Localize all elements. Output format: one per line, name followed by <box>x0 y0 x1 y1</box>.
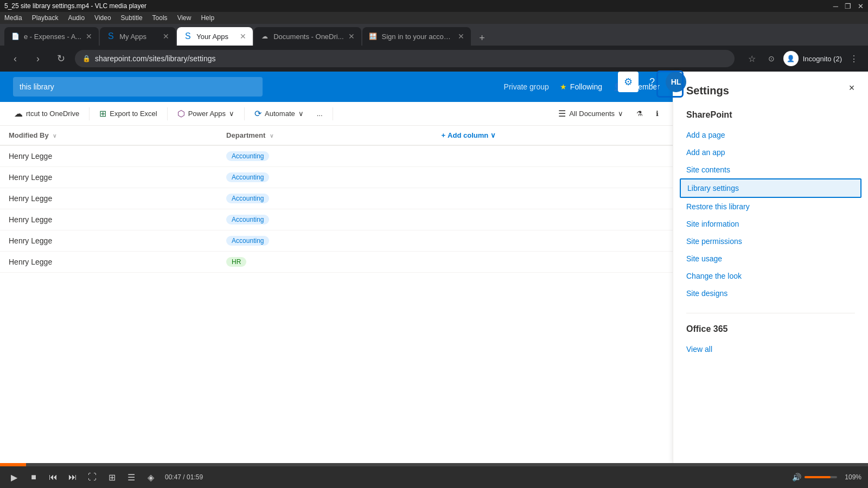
vlc-menu-video[interactable]: Video <box>94 14 111 22</box>
menu-button[interactable]: ⋮ <box>846 51 861 66</box>
search-bar[interactable]: this library <box>13 77 263 97</box>
cell-department-5: Accounting <box>218 230 432 252</box>
automate-chevron: ∨ <box>298 110 304 118</box>
all-documents-button[interactable]: ☰ All Documents ∨ <box>553 106 629 121</box>
tab-signin[interactable]: 🪟 Sign in to your accou... ✕ <box>362 27 471 46</box>
department-label: Department <box>226 131 265 139</box>
tab-close-onedrive[interactable]: ✕ <box>348 32 355 41</box>
settings-gear-button[interactable]: ⚙ <box>618 72 639 92</box>
search-text: this library <box>20 82 54 91</box>
export-to-excel-button[interactable]: ⊞ Export to Excel <box>94 106 162 121</box>
library-settings-link[interactable]: Library settings <box>680 178 861 198</box>
cell-department-6: HR <box>218 252 432 273</box>
hr-badge-1: HR <box>226 257 246 267</box>
col-modified-by[interactable]: Modified By ∨ <box>0 126 218 145</box>
vlc-menu-subtitle[interactable]: Subtitle <box>121 14 143 22</box>
accounting-badge-3: Accounting <box>226 194 269 203</box>
incognito-label[interactable]: Incognito (2) <box>803 55 842 63</box>
powerapps-chevron: ∨ <box>229 110 234 118</box>
forward-button[interactable]: › <box>29 50 47 67</box>
filter-button[interactable]: ⚗ <box>631 107 648 120</box>
group-label: Private group <box>504 82 549 91</box>
document-table: Modified By ∨ Department ∨ + Add column … <box>0 126 673 273</box>
cast-button[interactable]: ⊙ <box>764 51 779 66</box>
new-tab-button[interactable]: + <box>474 30 490 46</box>
vlc-close-btn[interactable]: ✕ <box>858 2 864 10</box>
address-bar[interactable]: 🔒 sharepoint.com/sites/library/settings <box>75 50 735 67</box>
vlc-play-button[interactable]: ▶ <box>7 470 22 485</box>
vlc-menu-media[interactable]: Media <box>4 14 22 22</box>
vlc-volume-bar[interactable] <box>805 476 837 478</box>
vlc-time-display: 00:47 / 01:59 <box>165 473 203 481</box>
view-all-link[interactable]: View all <box>686 341 855 358</box>
tab-close-yourapps[interactable]: ✕ <box>240 32 246 41</box>
following-button[interactable]: ★ Following <box>560 82 602 91</box>
vlc-menu-help[interactable]: Help <box>201 14 214 22</box>
change-look-link[interactable]: Change the look <box>686 267 855 285</box>
settings-close-button[interactable]: × <box>844 80 859 95</box>
user-avatar[interactable]: HL <box>666 72 686 92</box>
site-header: this library Private group ★ Following 👤… <box>0 72 673 102</box>
help-button[interactable]: ? <box>642 72 662 92</box>
vlc-fullscreen-button[interactable]: ⛶ <box>85 470 100 485</box>
vlc-effects-button[interactable]: ◈ <box>143 470 158 485</box>
toolbar-separator-3 <box>244 107 245 120</box>
info-button[interactable]: ℹ <box>650 107 664 120</box>
vlc-menu-audio[interactable]: Audio <box>68 14 85 22</box>
add-app-link[interactable]: Add an app <box>686 144 855 161</box>
tab-myapps[interactable]: S My Apps ✕ <box>100 27 176 46</box>
tab-label-onedrive: Documents - OneDri... <box>273 33 343 41</box>
back-button[interactable]: ‹ <box>7 50 24 67</box>
powerapps-label: Power Apps <box>188 110 226 118</box>
tab-close-signin[interactable]: ✕ <box>458 32 464 41</box>
tab-onedrive[interactable]: ☁ Documents - OneDri... ✕ <box>254 27 361 46</box>
vlc-next-button[interactable]: ⏭ <box>65 470 80 485</box>
site-information-link[interactable]: Site information <box>686 215 855 233</box>
sharepoint-section-title: SharePoint <box>686 110 855 120</box>
vlc-extended-button[interactable]: ⊞ <box>104 470 119 485</box>
vlc-menu-view[interactable]: View <box>177 14 192 22</box>
restore-library-link[interactable]: Restore this library <box>686 198 855 215</box>
site-contents-link[interactable]: Site contents <box>686 161 855 178</box>
automate-button[interactable]: ⟳ Automate ∨ <box>249 106 309 121</box>
shortcut-to-onedrive-button[interactable]: ☁ rtcut to OneDrive <box>9 106 85 121</box>
add-page-link[interactable]: Add a page <box>686 126 855 144</box>
site-designs-link[interactable]: Site designs <box>686 285 855 302</box>
vlc-menu-tools[interactable]: Tools <box>152 14 168 22</box>
vlc-stop-button[interactable]: ■ <box>26 470 41 485</box>
bookmark-button[interactable]: ☆ <box>744 51 760 66</box>
vlc-minimize-btn[interactable]: ─ <box>833 2 838 10</box>
power-apps-button[interactable]: ⬡ Power Apps ∨ <box>172 106 240 121</box>
browser-chrome: 📄 e - Expenses - A... ✕ S My Apps ✕ S Yo… <box>0 24 868 72</box>
view-icon: ☰ <box>558 108 566 119</box>
col-department[interactable]: Department ∨ <box>218 126 432 145</box>
vlc-progress-bar[interactable] <box>0 463 868 466</box>
vlc-prev-button[interactable]: ⏮ <box>46 470 61 485</box>
vlc-menu-playback[interactable]: Playback <box>32 14 59 22</box>
tab-yourapps[interactable]: S Your Apps ✕ <box>177 27 253 46</box>
vlc-playlist-button[interactable]: ☰ <box>124 470 139 485</box>
view-chevron: ∨ <box>618 110 623 118</box>
cell-department-4: Accounting <box>218 209 432 230</box>
incognito-avatar[interactable]: 👤 <box>783 51 799 66</box>
tab-favicon-myapps: S <box>106 32 115 41</box>
tab-close-expenses[interactable]: ✕ <box>86 32 92 41</box>
cell-department-3: Accounting <box>218 188 432 209</box>
tab-expenses[interactable]: 📄 e - Expenses - A... ✕ <box>4 27 99 46</box>
site-permissions-link[interactable]: Site permissions <box>686 233 855 250</box>
cell-modified-by-5: Henry Legge <box>0 230 218 252</box>
vlc-volume-fill <box>805 476 831 478</box>
export-label: Export to Excel <box>110 110 157 118</box>
vlc-bottombar: ▶ ■ ⏮ ⏭ ⛶ ⊞ ☰ ◈ 00:47 / 01:59 🔊 109% <box>0 463 868 488</box>
cell-modified-by-6: Henry Legge <box>0 252 218 273</box>
tab-close-myapps[interactable]: ✕ <box>163 32 169 41</box>
col-add-column[interactable]: + Add column ∨ <box>432 126 673 145</box>
more-button[interactable]: ... <box>311 107 328 120</box>
table-row: Henry Legge Accounting <box>0 230 673 252</box>
modified-by-label: Modified By <box>9 131 49 139</box>
site-usage-link[interactable]: Site usage <box>686 250 855 267</box>
vlc-restore-btn[interactable]: ❐ <box>845 2 851 10</box>
document-table-container: Modified By ∨ Department ∨ + Add column … <box>0 126 673 273</box>
refresh-button[interactable]: ↻ <box>52 50 69 67</box>
table-row: Henry Legge Accounting <box>0 209 673 230</box>
